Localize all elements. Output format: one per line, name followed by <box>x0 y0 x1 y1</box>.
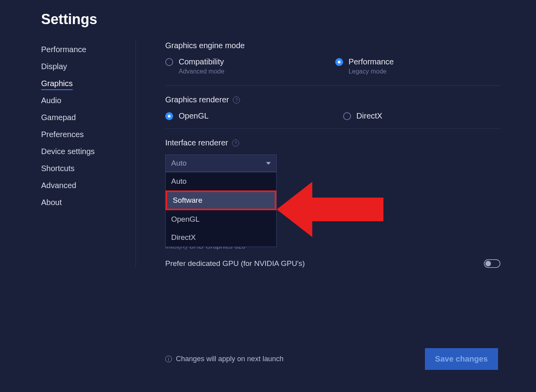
radio-icon <box>165 112 173 120</box>
engine-mode-compatibility[interactable]: Compatibility Advanced mode <box>165 57 225 75</box>
sidebar-item-graphics[interactable]: Graphics <box>41 75 136 92</box>
chevron-down-icon <box>266 162 271 165</box>
radio-sublabel: Legacy mode <box>349 68 394 75</box>
prefer-dedicated-gpu-toggle[interactable] <box>484 259 500 268</box>
radio-label: OpenGL <box>179 111 209 121</box>
interface-renderer-title: Interface renderer ? <box>165 138 500 147</box>
page-title: Settings <box>0 0 536 28</box>
dropdown-option-directx[interactable]: DirectX <box>166 228 276 247</box>
settings-main-panel: Graphics engine mode Compatibility Advan… <box>136 39 536 268</box>
settings-sidebar: Performance Display Graphics Audio Gamep… <box>41 39 136 268</box>
radio-icon <box>165 58 173 66</box>
engine-mode-title: Graphics engine mode <box>165 41 500 50</box>
radio-label: DirectX <box>357 111 383 121</box>
graphics-renderer-title: Graphics renderer ? <box>165 95 500 104</box>
dropdown-selected-value: Auto <box>171 159 187 168</box>
sidebar-item-advanced[interactable]: Advanced <box>41 177 136 194</box>
interface-renderer-dropdown-list: Auto Software OpenGL DirectX <box>165 172 277 247</box>
renderer-directx[interactable]: DirectX <box>343 111 383 121</box>
apply-notice: i Changes will apply on next launch <box>165 355 283 363</box>
dropdown-option-software[interactable]: Software <box>166 190 276 210</box>
dropdown-option-auto[interactable]: Auto <box>166 172 276 190</box>
radio-icon <box>335 58 343 66</box>
sidebar-item-performance[interactable]: Performance <box>41 41 136 58</box>
divider <box>165 128 500 129</box>
sidebar-item-about[interactable]: About <box>41 194 136 211</box>
radio-label: Performance <box>349 57 394 66</box>
renderer-opengl[interactable]: OpenGL <box>165 111 209 121</box>
divider <box>165 85 500 86</box>
help-icon[interactable]: ? <box>232 139 239 147</box>
prefer-dedicated-gpu-label: Prefer dedicated GPU (for NVIDIA GPU's) <box>165 259 305 268</box>
sidebar-item-device-settings[interactable]: Device settings <box>41 143 136 160</box>
radio-icon <box>343 112 351 120</box>
sidebar-item-audio[interactable]: Audio <box>41 92 136 109</box>
engine-mode-performance[interactable]: Performance Legacy mode <box>335 57 394 75</box>
sidebar-item-preferences[interactable]: Preferences <box>41 126 136 143</box>
sidebar-item-shortcuts[interactable]: Shortcuts <box>41 160 136 177</box>
save-changes-button[interactable]: Save changes <box>425 348 498 370</box>
toggle-knob-icon <box>485 261 491 266</box>
dropdown-option-opengl[interactable]: OpenGL <box>166 210 276 228</box>
radio-sublabel: Advanced mode <box>179 68 225 75</box>
sidebar-item-display[interactable]: Display <box>41 58 136 75</box>
sidebar-item-gamepad[interactable]: Gamepad <box>41 109 136 126</box>
radio-label: Compatibility <box>179 57 225 66</box>
info-icon: i <box>165 356 172 362</box>
help-icon[interactable]: ? <box>233 96 240 104</box>
interface-renderer-dropdown[interactable]: Auto <box>165 155 277 172</box>
